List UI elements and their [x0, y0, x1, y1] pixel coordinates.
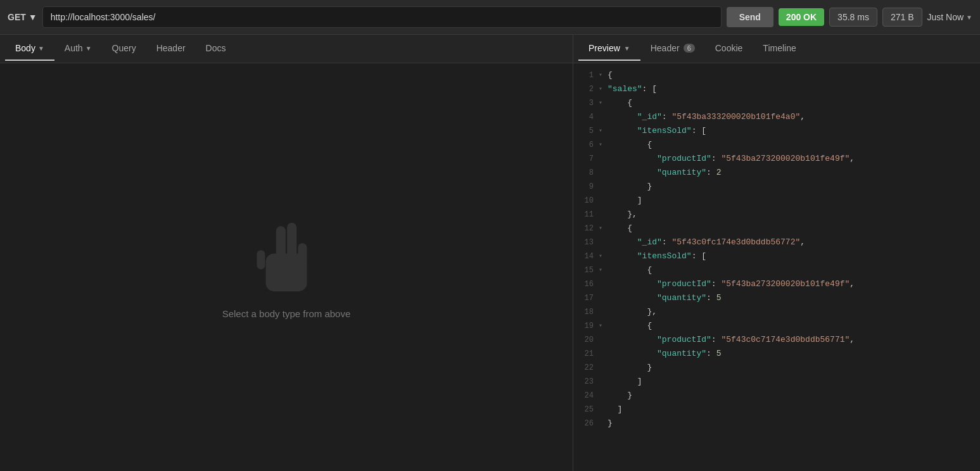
- code-line-26: 26 }: [573, 417, 980, 430]
- tab-preview[interactable]: Preview ▼: [578, 37, 640, 61]
- code-line-8: 8 "quantity": 2: [573, 166, 980, 180]
- right-tabs-bar: Preview ▼ Header 6 Cookie Timeline: [573, 35, 980, 63]
- header-count-badge: 6: [684, 44, 695, 53]
- code-line-3: 3 ▾ {: [573, 96, 980, 110]
- code-line-19: 19 ▾ {: [573, 319, 980, 333]
- code-line-11: 11 },: [573, 208, 980, 222]
- url-input[interactable]: [42, 6, 722, 28]
- code-line-4: 4 "_id": "5f43ba333200020b101fe4a0",: [573, 110, 980, 124]
- code-line-22: 22 }: [573, 361, 980, 375]
- code-line-18: 18 },: [573, 305, 980, 319]
- timestamp-display: Just Now ▼: [927, 12, 972, 22]
- response-size-badge: 271 B: [882, 8, 922, 27]
- code-line-12: 12 ▾ {: [573, 222, 980, 236]
- response-time-badge: 35.8 ms: [829, 8, 877, 27]
- code-line-23: 23 ]: [573, 375, 980, 389]
- auth-tab-chevron-icon: ▼: [86, 45, 92, 52]
- code-line-16: 16 "productId": "5f43ba273200020b101fe49…: [573, 277, 980, 291]
- code-line-6: 6 ▾ {: [573, 138, 980, 152]
- left-tabs-bar: Body ▼ Auth ▼ Query Header Docs: [0, 35, 573, 63]
- status-badge: 200 OK: [779, 8, 824, 26]
- tab-response-header[interactable]: Header 6: [640, 37, 705, 61]
- code-line-17: 17 "quantity": 5: [573, 291, 980, 305]
- right-panel: Preview ▼ Header 6 Cookie Timeline 1 ▾ {: [573, 35, 980, 471]
- svg-rect-2: [287, 222, 296, 260]
- top-bar: GET ▼ Send 200 OK 35.8 ms 271 B Just Now…: [0, 0, 980, 35]
- hand-icon: [245, 216, 328, 298]
- tab-cookie[interactable]: Cookie: [705, 37, 753, 61]
- timestamp-chevron-icon: ▼: [966, 14, 972, 21]
- method-selector[interactable]: GET ▼: [8, 12, 37, 22]
- code-line-14: 14 ▾ "itensSold": [: [573, 249, 980, 263]
- code-line-13: 13 "_id": "5f43c0fc174e3d0bddb56772",: [573, 236, 980, 249]
- tab-header[interactable]: Header: [146, 37, 196, 61]
- code-line-15: 15 ▾ {: [573, 263, 980, 277]
- left-body-empty: Select a body type from above: [0, 63, 573, 471]
- send-button[interactable]: Send: [727, 7, 773, 27]
- code-line-9: 9 }: [573, 180, 980, 194]
- svg-rect-3: [298, 243, 307, 264]
- svg-rect-1: [276, 226, 286, 260]
- tab-auth[interactable]: Auth ▼: [54, 37, 102, 61]
- left-panel: Body ▼ Auth ▼ Query Header Docs: [0, 35, 573, 471]
- tab-docs[interactable]: Docs: [196, 37, 236, 61]
- response-code-view[interactable]: 1 ▾ { 2 ▾ "sales": [ 3 ▾ { 4 "_id": [573, 63, 980, 471]
- empty-body-text: Select a body type from above: [222, 308, 351, 319]
- code-line-1: 1 ▾ {: [573, 68, 980, 82]
- timestamp-text: Just Now: [927, 12, 964, 22]
- svg-rect-4: [257, 250, 265, 269]
- code-line-5: 5 ▾ "itensSold": [: [573, 124, 980, 138]
- code-line-2: 2 ▾ "sales": [: [573, 82, 980, 96]
- body-tab-chevron-icon: ▼: [38, 45, 44, 52]
- code-line-21: 21 "quantity": 5: [573, 347, 980, 361]
- code-line-20: 20 "productId": "5f43c0c7174e3d0bddb5677…: [573, 333, 980, 347]
- code-line-10: 10 ]: [573, 194, 980, 208]
- tab-body[interactable]: Body ▼: [5, 37, 54, 61]
- method-label: GET: [8, 12, 26, 22]
- tab-query[interactable]: Query: [102, 37, 146, 61]
- code-line-7: 7 "productId": "5f43ba273200020b101fe49f…: [573, 152, 980, 166]
- code-line-25: 25 ]: [573, 403, 980, 417]
- code-line-24: 24 }: [573, 389, 980, 403]
- content-area: Body ▼ Auth ▼ Query Header Docs: [0, 35, 980, 471]
- tab-timeline[interactable]: Timeline: [753, 37, 806, 61]
- method-chevron-icon: ▼: [29, 12, 37, 22]
- preview-tab-chevron-icon: ▼: [624, 45, 630, 52]
